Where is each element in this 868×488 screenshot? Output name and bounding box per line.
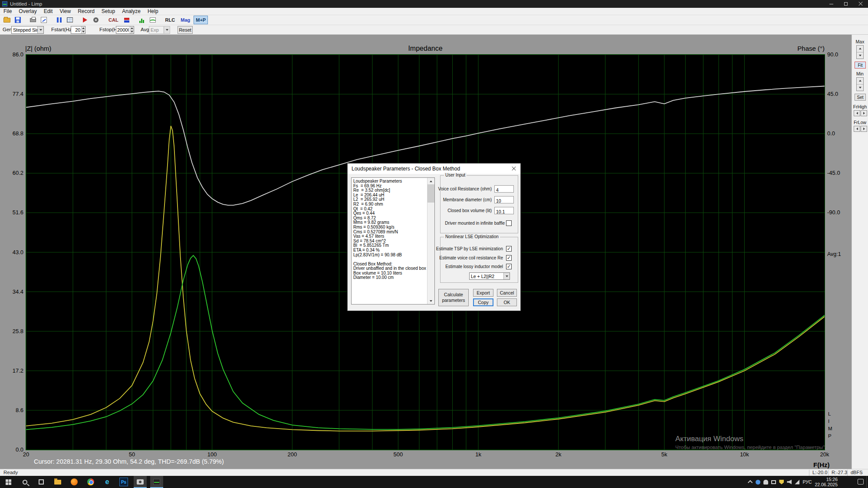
network-icon[interactable] (795, 480, 799, 485)
min-down-button[interactable] (857, 85, 863, 91)
ok-button[interactable]: OK (497, 298, 517, 306)
spin-up-button[interactable] (82, 26, 85, 30)
max-up-button[interactable] (857, 46, 863, 52)
spin-up-button[interactable] (130, 26, 134, 30)
fstop-input[interactable] (116, 26, 134, 34)
menu-edit[interactable]: Edit (40, 8, 56, 15)
save-button[interactable] (13, 16, 23, 24)
display-icon[interactable] (771, 480, 776, 484)
bluetooth-icon[interactable] (756, 480, 760, 485)
fit-button[interactable]: Fit (855, 62, 866, 69)
voice-coil-resistance-field[interactable] (495, 187, 513, 193)
inductor-model-select[interactable]: Le + L2||R2 (469, 272, 510, 280)
fstart-spinner[interactable] (81, 26, 85, 33)
file-explorer-button[interactable] (51, 476, 64, 488)
print-button[interactable] (28, 16, 38, 24)
rlc-button[interactable]: RLC (163, 16, 178, 24)
notification-center-icon[interactable] (858, 479, 864, 485)
tray-expand-icon[interactable] (748, 480, 753, 485)
menu-view[interactable]: View (56, 8, 74, 15)
magnitude-view-button[interactable]: Mag (178, 16, 192, 24)
copy-button[interactable]: Copy (473, 298, 493, 306)
membrane-diameter-field[interactable] (495, 198, 513, 204)
spectrum-view-button[interactable] (137, 16, 147, 24)
fstop-field[interactable] (116, 26, 130, 33)
menu-file[interactable]: File (0, 8, 15, 15)
closed-box-volume-field[interactable] (495, 209, 513, 215)
record-button[interactable] (80, 16, 90, 24)
closed-box-volume-input[interactable] (494, 207, 514, 214)
dropdown-button[interactable] (37, 26, 43, 33)
language-indicator[interactable]: РУС (802, 479, 812, 485)
data-table-button[interactable] (65, 16, 75, 24)
limp-taskbar-button[interactable] (150, 476, 163, 488)
parameters-result-list[interactable]: Loudspeaker Parameters Fs = 69.96 Hz Re … (351, 177, 435, 305)
search-button[interactable] (18, 476, 31, 488)
task-view-button[interactable] (35, 476, 48, 488)
max-spinner[interactable] (856, 45, 864, 59)
min-up-button[interactable] (857, 78, 863, 85)
magnitude-phase-view-button[interactable]: M+P (194, 16, 208, 24)
dialog-close-button[interactable] (507, 164, 520, 174)
menu-overlay[interactable]: Overlay (15, 8, 40, 15)
dialog-title-bar[interactable]: Loudspeaker Parameters - Closed Box Meth… (348, 164, 520, 174)
screenshot-tool-button[interactable] (134, 476, 147, 488)
scrollbar-thumb[interactable] (427, 184, 434, 203)
membrane-diameter-input[interactable] (494, 196, 514, 203)
max-down-button[interactable] (857, 52, 863, 59)
generator-type-select[interactable]: Stepped Sine (11, 26, 44, 34)
fr-low-right-button[interactable] (861, 126, 867, 132)
show-desktop-button[interactable] (866, 476, 868, 488)
cancel-button[interactable]: Cancel (497, 289, 517, 297)
calculate-parameters-button[interactable]: Calculate parameters (438, 289, 469, 306)
app-icon (2, 1, 7, 7)
menu-record[interactable]: Record (74, 8, 98, 15)
arrow-up-icon (82, 27, 85, 29)
edge-button[interactable]: e (101, 476, 114, 488)
estimate-tsp-checkbox[interactable]: ✓ (506, 246, 512, 252)
firefox-button[interactable] (68, 476, 81, 488)
start-button[interactable] (2, 476, 15, 488)
cloud-icon[interactable] (763, 480, 768, 485)
estimate-re-checkbox[interactable]: ✓ (506, 255, 512, 261)
min-spinner[interactable] (856, 77, 864, 91)
fstop-spinner[interactable] (130, 26, 134, 33)
close-button[interactable] (853, 0, 868, 8)
shield-icon[interactable] (779, 480, 784, 485)
spin-down-button[interactable] (82, 30, 85, 34)
set-button[interactable]: Set (855, 94, 866, 101)
minimize-button[interactable] (824, 0, 838, 8)
edit-colors-button[interactable] (39, 16, 49, 24)
export-button[interactable]: Export (473, 289, 493, 297)
fr-high-left-button[interactable] (854, 110, 860, 116)
reset-button[interactable]: Reset (178, 26, 193, 34)
scroll-up-button[interactable] (427, 178, 434, 184)
menu-setup[interactable]: Setup (98, 8, 118, 15)
spin-down-button[interactable] (130, 30, 134, 34)
smoothing-button[interactable] (148, 16, 158, 24)
fr-low-left-button[interactable] (854, 126, 860, 132)
infinite-baffle-checkbox[interactable] (506, 220, 512, 226)
photoshop-button[interactable]: Ps (117, 476, 130, 488)
clock[interactable]: 15:26 22.06.2025 (815, 477, 838, 487)
maximize-button[interactable] (838, 0, 853, 8)
chrome-button[interactable] (84, 476, 97, 488)
volume-icon[interactable] (787, 480, 792, 485)
calibrate-button[interactable]: CAL (106, 16, 121, 24)
fstart-field[interactable] (71, 26, 81, 33)
scroll-down-button[interactable] (427, 298, 434, 304)
results-scrollbar[interactable] (427, 178, 434, 304)
dropdown-button[interactable] (503, 273, 510, 279)
chrome-icon (87, 478, 94, 485)
pause-button[interactable] (54, 16, 64, 24)
channel-flags-button[interactable] (122, 16, 132, 24)
menu-help[interactable]: Help (144, 8, 162, 15)
fr-high-right-button[interactable] (861, 110, 867, 116)
open-file-button[interactable] (2, 16, 12, 24)
voice-coil-resistance-input[interactable] (494, 185, 514, 193)
generator-setup-button[interactable] (91, 16, 101, 24)
menu-analyze[interactable]: Analyze (118, 8, 144, 15)
estimate-lossy-inductor-checkbox[interactable]: ✓ (506, 264, 512, 269)
y-left-tick: 68.8 (0, 131, 23, 137)
fstart-input[interactable] (71, 26, 85, 34)
